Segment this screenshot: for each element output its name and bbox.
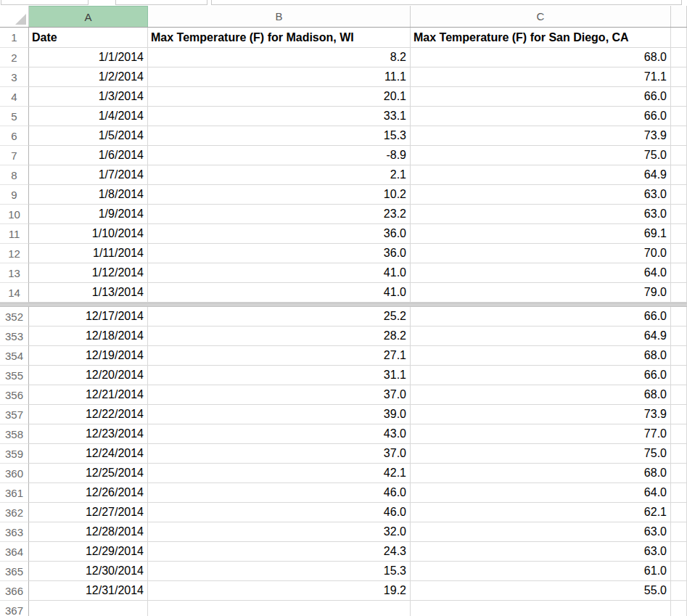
cell-sandiego-temp[interactable]: 66.0 (411, 366, 671, 385)
cell-empty[interactable] (671, 87, 687, 107)
cell-empty[interactable] (671, 424, 687, 444)
row-number[interactable]: 353 (0, 327, 29, 346)
row-number[interactable]: 358 (0, 424, 29, 444)
cell-sandiego-temp[interactable]: 63.0 (411, 205, 671, 224)
cell-madison-temp[interactable]: 23.2 (148, 205, 411, 224)
cell-sandiego-temp[interactable]: 66.0 (411, 87, 671, 107)
cell-empty[interactable] (671, 522, 687, 542)
cell-madison-temp[interactable]: 46.0 (148, 503, 411, 522)
row-number[interactable]: 5 (0, 107, 29, 126)
cell-date[interactable]: 12/28/2014 (29, 522, 148, 542)
cell-madison-temp[interactable]: 33.1 (148, 107, 411, 126)
row-number[interactable]: 366 (0, 581, 29, 601)
cell-sandiego-temp[interactable]: 75.0 (411, 146, 671, 165)
cell-madison-temp[interactable]: 37.0 (148, 444, 411, 464)
cell-date[interactable]: 12/21/2014 (29, 385, 148, 405)
row-number[interactable]: 355 (0, 366, 29, 385)
cell-empty[interactable] (671, 205, 687, 224)
cell-sandiego-temp[interactable]: 63.0 (411, 522, 671, 542)
cell-madison-temp[interactable]: 25.2 (148, 307, 411, 327)
cell-empty[interactable] (671, 126, 687, 146)
cell-empty[interactable] (671, 503, 687, 522)
cell-empty[interactable] (671, 48, 687, 67)
cell-sandiego-temp[interactable]: 64.0 (411, 263, 671, 283)
row-number[interactable]: 8 (0, 165, 29, 185)
cell-date[interactable]: 1/5/2014 (29, 126, 148, 146)
cell-madison-temp[interactable]: 36.0 (148, 224, 411, 244)
cell-date[interactable]: 1/3/2014 (29, 87, 148, 107)
cell-sandiego-temp[interactable]: 68.0 (411, 385, 671, 405)
cell-empty[interactable] (671, 307, 687, 327)
cell-date[interactable]: 12/18/2014 (29, 327, 148, 346)
cell-sandiego-temp[interactable]: 68.0 (411, 48, 671, 67)
cell-date[interactable]: 1/4/2014 (29, 107, 148, 126)
cell-madison-temp[interactable]: 32.0 (148, 522, 411, 542)
header-cell[interactable]: Date (29, 28, 148, 48)
cell-date[interactable]: 1/12/2014 (29, 263, 148, 283)
cell-madison-temp[interactable]: 15.3 (148, 126, 411, 146)
cell-date[interactable]: 12/23/2014 (29, 424, 148, 444)
column-header-partial[interactable] (671, 6, 687, 27)
row-number[interactable]: 352 (0, 307, 29, 327)
cell-sandiego-temp[interactable]: 77.0 (411, 424, 671, 444)
cell-date[interactable]: 12/22/2014 (29, 405, 148, 424)
row-number[interactable]: 365 (0, 562, 29, 581)
cell-date[interactable]: 12/17/2014 (29, 307, 148, 327)
cell-empty[interactable] (671, 601, 687, 616)
row-number[interactable]: 356 (0, 385, 29, 405)
cell-empty[interactable] (671, 146, 687, 165)
cell-madison-temp[interactable]: 28.2 (148, 327, 411, 346)
cell-date[interactable]: 1/7/2014 (29, 165, 148, 185)
cell-madison-temp[interactable]: 10.2 (148, 185, 411, 205)
row-number[interactable]: 357 (0, 405, 29, 424)
cell-date[interactable]: 1/13/2014 (29, 283, 148, 303)
row-number[interactable]: 13 (0, 263, 29, 283)
cell-empty[interactable] (671, 165, 687, 185)
cell-date[interactable]: 12/26/2014 (29, 483, 148, 503)
cell-madison-temp[interactable]: 27.1 (148, 346, 411, 366)
cell-empty[interactable] (671, 185, 687, 205)
row-number[interactable]: 9 (0, 185, 29, 205)
cell-empty[interactable] (671, 464, 687, 483)
cell-sandiego-temp[interactable]: 66.0 (411, 307, 671, 327)
cell-sandiego-temp[interactable]: 64.9 (411, 165, 671, 185)
cell-date[interactable]: 1/2/2014 (29, 67, 148, 87)
cell-sandiego-temp[interactable]: 61.0 (411, 562, 671, 581)
cell-empty[interactable] (671, 327, 687, 346)
cell-date[interactable]: 12/29/2014 (29, 542, 148, 562)
row-number[interactable]: 14 (0, 283, 29, 303)
cell-madison-temp[interactable]: 36.0 (148, 244, 411, 263)
cell-empty[interactable] (671, 385, 687, 405)
cell-sandiego-temp[interactable]: 62.1 (411, 503, 671, 522)
row-number[interactable]: 363 (0, 522, 29, 542)
cell-date[interactable]: 12/27/2014 (29, 503, 148, 522)
cell-sandiego-temp[interactable]: 66.0 (411, 107, 671, 126)
cell-madison-temp[interactable]: 19.2 (148, 581, 411, 601)
row-number[interactable]: 1 (0, 28, 29, 48)
cell-date[interactable] (29, 601, 148, 616)
cell-sandiego-temp[interactable]: 73.9 (411, 126, 671, 146)
cell-date[interactable]: 12/24/2014 (29, 444, 148, 464)
cell-date[interactable]: 12/30/2014 (29, 562, 148, 581)
row-number[interactable]: 10 (0, 205, 29, 224)
cell-sandiego-temp[interactable]: 73.9 (411, 405, 671, 424)
cell-date[interactable]: 1/10/2014 (29, 224, 148, 244)
cell-sandiego-temp[interactable]: 64.9 (411, 327, 671, 346)
cell-madison-temp[interactable]: 11.1 (148, 67, 411, 87)
cell-sandiego-temp[interactable]: 79.0 (411, 283, 671, 303)
cell-madison-temp[interactable]: 24.3 (148, 542, 411, 562)
cell-sandiego-temp[interactable]: 75.0 (411, 444, 671, 464)
row-number[interactable]: 362 (0, 503, 29, 522)
row-number[interactable]: 2 (0, 48, 29, 67)
cell-date[interactable]: 12/31/2014 (29, 581, 148, 601)
cell-empty[interactable] (671, 283, 687, 303)
cell-sandiego-temp[interactable]: 69.1 (411, 224, 671, 244)
header-cell[interactable] (671, 28, 687, 48)
row-number[interactable]: 360 (0, 464, 29, 483)
cell-empty[interactable] (671, 366, 687, 385)
cell-empty[interactable] (671, 405, 687, 424)
cell-madison-temp[interactable]: 39.0 (148, 405, 411, 424)
cell-madison-temp[interactable]: 43.0 (148, 424, 411, 444)
row-number[interactable]: 361 (0, 483, 29, 503)
cell-empty[interactable] (671, 346, 687, 366)
